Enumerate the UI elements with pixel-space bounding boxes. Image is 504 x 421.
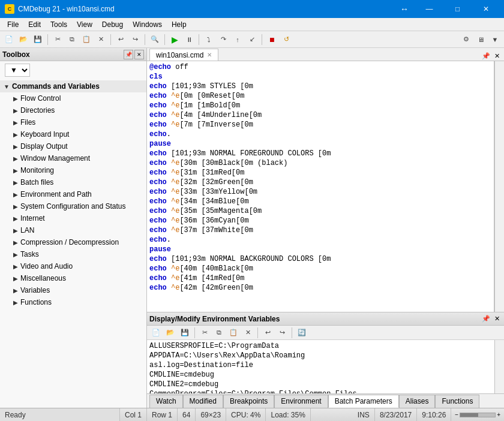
bt-refresh[interactable]: 🔄 (295, 326, 308, 339)
tab-breakpoints[interactable]: Breakpoints (223, 395, 274, 408)
tab-aliases[interactable]: Aliases (399, 395, 436, 408)
bt-redo[interactable]: ↪ (275, 326, 289, 339)
close-button[interactable]: ✕ (472, 0, 499, 18)
env-vars-panel[interactable]: ALLUSERSPROFILE=C:\ProgramData APPDATA=C… (147, 340, 494, 393)
maximize-button[interactable]: □ (444, 0, 471, 18)
toolbox-item-batch[interactable]: ▶ Batch files (0, 176, 146, 188)
status-num: 64 (178, 408, 196, 421)
code-line: pause (149, 245, 491, 254)
tb-extra2[interactable]: 🖥 (474, 33, 487, 46)
tb-undo[interactable]: ↩ (114, 33, 127, 46)
toolbox-item-tasks[interactable]: ▶ Tasks (0, 248, 146, 260)
editor-tab-win10ansi[interactable]: win10ansi.cmd ✕ (149, 49, 218, 61)
status-size-text: 69×23 (200, 411, 221, 419)
toolbox-pin-btn[interactable]: 📌 (124, 50, 133, 59)
toolbox-item-keyboard[interactable]: ▶ Keyboard Input (0, 128, 146, 140)
item-label: Display Output (20, 142, 68, 151)
tb-stop[interactable]: ⏹ (265, 33, 278, 46)
tb-copy[interactable]: ⧉ (65, 33, 79, 46)
menu-help[interactable]: Help (167, 19, 191, 30)
tab-watch[interactable]: Watch (149, 395, 183, 408)
toolbox-item-directories[interactable]: ▶ Directories (0, 104, 146, 116)
tb-redo[interactable]: ↪ (128, 33, 142, 46)
menu-debug[interactable]: Debug (97, 19, 128, 30)
bottom-scrollbar[interactable] (494, 340, 504, 393)
editor-scrollbar[interactable] (494, 61, 504, 312)
tab-modified[interactable]: Modified (183, 395, 223, 408)
zoom-out-btn[interactable]: − (455, 411, 458, 418)
bt-new[interactable]: 📄 (149, 326, 163, 339)
tb-step-back[interactable]: ↙ (245, 33, 259, 46)
bt-paste[interactable]: 📋 (227, 326, 240, 339)
toolbox-item-functions[interactable]: ▶ Functions (0, 296, 146, 308)
tb-pause[interactable]: ⏸ (182, 33, 196, 46)
tab-functions[interactable]: Functions (435, 395, 479, 408)
tb-run[interactable]: ▶ (168, 33, 181, 46)
minimize-button[interactable]: — (416, 0, 443, 18)
toolbox-item-display[interactable]: ▶ Display Output (0, 140, 146, 152)
editor-pin-btn[interactable]: 📌 (481, 51, 491, 61)
tb-paste[interactable]: 📋 (80, 33, 93, 46)
toolbox-item-files[interactable]: ▶ Files (0, 116, 146, 128)
item-label: Batch files (20, 178, 53, 187)
tb-restart[interactable]: ↺ (280, 33, 293, 46)
toolbox-item-lan[interactable]: ▶ LAN (0, 224, 146, 236)
status-row: Row 1 (147, 408, 178, 421)
menu-tools[interactable]: Tools (46, 19, 72, 30)
tb-cut[interactable]: ✂ (51, 33, 64, 46)
status-load-text: Load: 35% (271, 411, 305, 419)
toolbox-item-variables[interactable]: ▶ Variables (0, 284, 146, 296)
tb-delete[interactable]: ✕ (94, 33, 107, 46)
tb-find[interactable]: 🔍 (148, 33, 161, 46)
tb-new[interactable]: 📄 (2, 33, 16, 46)
item-arrow: ▶ (13, 167, 18, 174)
bt-copy[interactable]: ⧉ (212, 326, 226, 339)
toolbox-item-video[interactable]: ▶ Video and Audio (0, 260, 146, 272)
menu-view[interactable]: View (72, 19, 97, 30)
env-line: CMDLINE=cmdebug (149, 370, 492, 380)
toolbox-item-monitoring[interactable]: ▶ Monitoring (0, 164, 146, 176)
tb-extra1[interactable]: ⚙ (460, 33, 473, 46)
tb-open[interactable]: 📂 (17, 33, 30, 46)
bt-save[interactable]: 💾 (178, 326, 191, 339)
toolbox-item-misc[interactable]: ▶ Miscellaneous (0, 272, 146, 284)
bottom-panel: Display/Modify Environment Variables 📌 ✕… (147, 312, 504, 408)
tab-batch-params[interactable]: Batch Parameters (328, 395, 399, 408)
tab-environment[interactable]: Environment (274, 395, 328, 408)
menu-windows[interactable]: Windows (128, 19, 167, 30)
tb-step-in[interactable]: ⤵ (202, 33, 215, 46)
toolbox-item-env[interactable]: ▶ Environment and Path (0, 188, 146, 200)
toolbox-item-flow[interactable]: ▶ Flow Control (0, 92, 146, 104)
bt-undo[interactable]: ↩ (261, 326, 274, 339)
toolbox-item-compression[interactable]: ▶ Compression / Decompression (0, 236, 146, 248)
bt-delete[interactable]: ✕ (241, 326, 254, 339)
code-editor[interactable]: @echo off cls echo [101;93m STYLES [0m e… (147, 61, 494, 312)
bottom-panel-close[interactable]: ✕ (492, 314, 502, 324)
toolbar: 📄 📂 💾 ✂ ⧉ 📋 ✕ ↩ ↪ 🔍 ▶ ⏸ ⤵ ↷ ↑ ↙ ⏹ ↺ ⚙ 🖥 … (0, 31, 504, 48)
bottom-panel-pin[interactable]: 📌 (481, 314, 491, 324)
env-line: CMDLINE2=cmdebug (149, 380, 492, 389)
tb-step-out[interactable]: ↑ (231, 33, 244, 46)
toolbox-section-header[interactable]: ▼ Commands and Variables (0, 80, 146, 92)
editor-close-btn[interactable]: ✕ (492, 51, 502, 61)
toolbox-item-internet[interactable]: ▶ Internet (0, 212, 146, 224)
status-cpu-text: CPU: 4% (231, 411, 260, 419)
toolbox-item-sysconfig[interactable]: ▶ System Configuration and Status (0, 200, 146, 212)
item-arrow: ▶ (13, 263, 18, 270)
toolbox-close-btn[interactable]: ✕ (134, 50, 144, 59)
env-line: ALLUSERSPROFILE=C:\ProgramData (149, 341, 492, 351)
tb-save[interactable]: 💾 (31, 33, 44, 46)
bt-open[interactable]: 📂 (164, 326, 177, 339)
menu-edit[interactable]: Edit (23, 19, 46, 30)
menu-file[interactable]: File (2, 19, 23, 30)
tab-close-icon[interactable]: ✕ (207, 52, 212, 58)
toolbox-item-window[interactable]: ▶ Window Management (0, 152, 146, 164)
toolbox-dropdown[interactable]: ▼ (5, 64, 30, 77)
tb-extra3[interactable]: ▼ (488, 33, 502, 46)
code-line: echo ^e[42m [42mGreen[0m (149, 283, 491, 293)
zoom-in-btn[interactable]: + (497, 411, 500, 418)
section-label: Commands and Variables (12, 82, 100, 91)
bt-cut[interactable]: ✂ (198, 326, 211, 339)
tb-step-over[interactable]: ↷ (217, 33, 230, 46)
zoom-slider[interactable] (460, 413, 496, 417)
